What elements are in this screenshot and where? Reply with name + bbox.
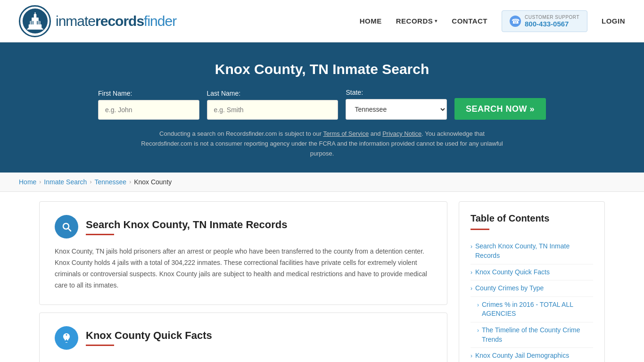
support-info: CUSTOMER SUPPORT 800-433-0567	[525, 15, 579, 28]
disclaimer-text: Conducting a search on Recordsfinder.com…	[133, 129, 511, 158]
inmate-records-section: Search Knox County, TN Inmate Records Kn…	[39, 201, 447, 304]
phone-icon: ☎	[510, 16, 521, 27]
site-header: inmaterecordsfinder HOME RECORDS ▾ CONTA…	[0, 0, 644, 42]
toc-chevron-icon: ›	[471, 269, 472, 277]
state-label: State:	[346, 89, 447, 96]
sidebar: Table of Contents ›Search Knox County, T…	[459, 201, 605, 362]
nav-records[interactable]: RECORDS ▾	[396, 17, 438, 25]
toc-chevron-icon: ›	[477, 301, 479, 309]
breadcrumb-state[interactable]: Tennessee	[94, 178, 126, 186]
toc-item[interactable]: ›Crimes % in 2016 - TOTAL ALL AGENCIES	[471, 297, 593, 322]
svg-rect-8	[37, 21, 38, 25]
toc-item-label: Knox County Quick Facts	[475, 268, 550, 277]
search-section-icon	[55, 215, 78, 239]
last-name-label: Last Name:	[207, 90, 339, 97]
main-nav: HOME RECORDS ▾ CONTACT ☎ CUSTOMER SUPPOR…	[360, 10, 625, 32]
breadcrumb-sep-2: ›	[90, 179, 91, 185]
section-body: Knox County, TN jails hold prisoners aft…	[55, 246, 432, 291]
breadcrumb-home[interactable]: Home	[19, 178, 36, 186]
toc-item[interactable]: ›Knox County Quick Facts	[471, 264, 593, 281]
breadcrumb-inmate-search[interactable]: Inmate Search	[44, 178, 87, 186]
search-form: First Name: Last Name: State: Tennessee …	[98, 89, 546, 120]
content-area: Search Knox County, TN Inmate Records Kn…	[39, 201, 447, 362]
section-title-wrapper: Search Knox County, TN Inmate Records	[86, 219, 287, 235]
quick-facts-header: Knox County Quick Facts	[55, 326, 432, 350]
main-content: Search Knox County, TN Inmate Records Kn…	[20, 192, 624, 362]
toc-item[interactable]: ›The Timeline of the County Crime Trends	[471, 322, 593, 348]
privacy-link[interactable]: Privacy Notice	[382, 130, 421, 137]
breadcrumb-sep-3: ›	[129, 179, 131, 185]
terms-link[interactable]: Terms of Service	[323, 130, 369, 137]
state-group: State: Tennessee Alabama Alaska Arizona …	[346, 89, 447, 120]
breadcrumb-sep-1: ›	[39, 179, 41, 185]
toc-item[interactable]: ›Search Knox County, TN Inmate Records	[471, 239, 593, 264]
toc-chevron-icon: ›	[477, 327, 479, 335]
toc-item-label: Search Knox County, TN Inmate Records	[475, 242, 593, 260]
search-button[interactable]: SEARCH NOW »	[454, 98, 546, 120]
login-button[interactable]: LOGIN	[602, 17, 625, 25]
logo-area[interactable]: inmaterecordsfinder	[19, 5, 176, 37]
hero-banner: Knox County, TN Inmate Search First Name…	[0, 42, 644, 173]
first-name-label: First Name:	[98, 90, 199, 97]
breadcrumb-county: Knox County	[134, 178, 172, 186]
section-underline	[86, 234, 114, 235]
toc-chevron-icon: ›	[471, 352, 472, 360]
logo-icon	[19, 5, 51, 37]
first-name-group: First Name:	[98, 90, 199, 120]
quick-facts-title-wrapper: Knox County Quick Facts	[86, 329, 212, 346]
hero-title: Knox County, TN Inmate Search	[19, 61, 625, 77]
toc-item-label: County Crimes by Type	[475, 284, 544, 293]
toc-item[interactable]: ›Knox County Jail Demographics	[471, 348, 593, 362]
quick-facts-underline	[86, 345, 114, 346]
toc-chevron-icon: ›	[471, 285, 472, 293]
toc-item-label: Crimes % in 2016 - TOTAL ALL AGENCIES	[482, 300, 593, 319]
svg-rect-6	[31, 21, 32, 25]
records-chevron-icon: ▾	[435, 18, 438, 24]
last-name-group: Last Name:	[207, 90, 339, 120]
svg-rect-11	[27, 29, 43, 30]
breadcrumb: Home › Inmate Search › Tennessee › Knox …	[0, 173, 644, 192]
nav-contact[interactable]: CONTACT	[452, 17, 487, 25]
nav-home[interactable]: HOME	[360, 17, 382, 25]
quick-facts-icon	[55, 326, 78, 350]
section-title: Search Knox County, TN Inmate Records	[86, 219, 287, 231]
support-button[interactable]: ☎ CUSTOMER SUPPORT 800-433-0567	[502, 10, 587, 32]
toc-item-label: The Timeline of the County Crime Trends	[482, 326, 593, 344]
svg-rect-7	[33, 21, 33, 25]
toc-box: Table of Contents ›Search Knox County, T…	[459, 201, 605, 362]
quick-facts-title: Knox County Quick Facts	[86, 329, 212, 342]
quick-facts-section: Knox County Quick Facts	[39, 313, 447, 362]
state-select[interactable]: Tennessee Alabama Alaska Arizona Califor…	[346, 99, 447, 120]
svg-rect-9	[38, 21, 39, 25]
first-name-input[interactable]	[98, 100, 199, 120]
toc-list: ›Search Knox County, TN Inmate Records›K…	[471, 239, 593, 362]
section-header: Search Knox County, TN Inmate Records	[55, 215, 432, 239]
logo-text: inmaterecordsfinder	[56, 13, 176, 29]
svg-rect-5	[34, 12, 35, 15]
toc-item[interactable]: ›County Crimes by Type	[471, 280, 593, 297]
toc-item-label: Knox County Jail Demographics	[475, 351, 569, 361]
toc-title: Table of Contents	[471, 213, 593, 224]
last-name-input[interactable]	[207, 100, 339, 120]
toc-chevron-icon: ›	[471, 243, 472, 251]
toc-underline	[471, 229, 489, 230]
